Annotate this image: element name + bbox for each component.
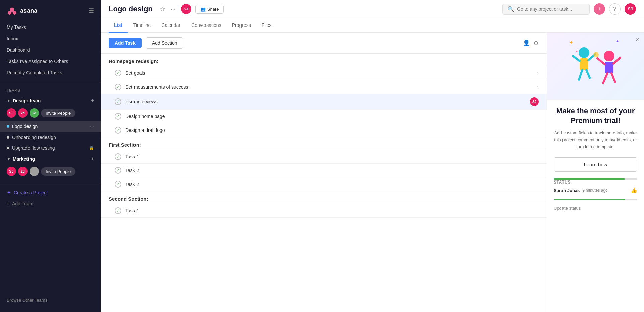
browse-teams-label: Browse Other Teams <box>7 298 47 303</box>
marketing-team-members: SJ 2d Invite People <box>0 165 101 179</box>
sidebar-item-recent[interactable]: Recently Completed Tasks <box>0 67 101 79</box>
svg-point-13 <box>604 51 614 61</box>
svg-rect-14 <box>605 62 613 73</box>
add-task-button[interactable]: Add Task <box>109 38 142 48</box>
svg-text:✦: ✦ <box>569 40 573 45</box>
marketing-team-header[interactable]: ▼ Marketing + <box>0 153 101 165</box>
chevron-down-icon: ▼ <box>7 98 11 103</box>
sidebar-item-inbox[interactable]: Inbox <box>0 33 101 44</box>
lock-icon: 🔒 <box>89 146 94 150</box>
browse-teams-button[interactable]: Browse Other Teams <box>0 295 101 305</box>
section-header-first: First Section: <box>101 137 547 150</box>
assign-filter-icon[interactable]: 👤 <box>523 39 530 47</box>
project-item-upgrade[interactable]: Upgrade flow testing 🔒 <box>0 143 101 153</box>
panel-description: Add custom fields to track more info, ma… <box>554 129 637 150</box>
task-area: Add Task Add Section 👤 ⚙ Homepage redesi… <box>101 33 644 312</box>
task-name: Design a draft logo <box>125 127 539 133</box>
help-button[interactable]: ? <box>609 3 621 15</box>
asana-logo[interactable]: asana <box>7 5 37 16</box>
task-check-icon[interactable]: ✓ <box>115 167 121 174</box>
topbar-icons: ☆ ··· <box>159 4 177 14</box>
teams-label: Teams <box>7 88 20 92</box>
avatar-blank <box>30 167 39 176</box>
chevron-right-icon: › <box>537 84 539 90</box>
like-icon[interactable]: 👍 <box>631 187 637 194</box>
task-row[interactable]: ⠿ ✓ Design home page <box>101 110 547 123</box>
create-project-button[interactable]: ✦ Create a Project <box>0 187 101 198</box>
share-button[interactable]: 👥 Share <box>195 5 224 14</box>
svg-point-19 <box>593 52 599 57</box>
add-marketing-member-icon[interactable]: + <box>91 156 94 162</box>
invite-people-button-design[interactable]: Invite People <box>41 109 75 117</box>
sidebar-toggle-icon[interactable]: ☰ <box>89 7 94 14</box>
task-check-icon[interactable]: ✓ <box>115 113 121 120</box>
star-icon[interactable]: ☆ <box>159 4 167 14</box>
sidebar-item-my-tasks[interactable]: My Tasks <box>0 21 101 33</box>
panel-illustration: ✦ ✦ ✦ ✦ <box>547 33 644 100</box>
task-name: Task 1 <box>125 154 539 159</box>
sidebar-item-dashboard[interactable]: Dashboard <box>0 44 101 56</box>
share-icon: 👥 <box>200 7 206 12</box>
asana-logo-icon <box>7 5 17 16</box>
project-item-onboarding[interactable]: Onboarding redesign <box>0 132 101 143</box>
design-team-name: Design team <box>13 98 41 103</box>
add-section-button[interactable]: Add Section <box>146 37 184 49</box>
tab-calendar[interactable]: Calendar <box>156 18 186 33</box>
project-title: Logo design <box>109 5 153 13</box>
project-item-logo-design[interactable]: Logo design ··· <box>0 121 101 132</box>
task-row[interactable]: ⠿ ✓ Task 1 <box>101 150 547 164</box>
task-check-icon[interactable]: ✓ <box>115 98 121 105</box>
task-check-icon[interactable]: ✓ <box>115 153 121 160</box>
task-row[interactable]: ⠿ ✓ Task 2 <box>101 177 547 191</box>
sidebar-item-label: Recently Completed Tasks <box>7 70 62 75</box>
tab-timeline[interactable]: Timeline <box>128 18 156 33</box>
tab-progress[interactable]: Progress <box>227 18 256 33</box>
task-check-icon[interactable]: ✓ <box>115 127 121 134</box>
svg-line-17 <box>603 73 607 83</box>
invite-people-button-marketing[interactable]: Invite People <box>41 167 75 176</box>
svg-point-7 <box>579 47 589 58</box>
task-name: Set goals <box>125 70 537 76</box>
avatar-sj-2: SJ <box>7 167 16 176</box>
task-row[interactable]: ⠿ ✓ Set measurements of success › <box>101 80 547 94</box>
task-row[interactable]: ⠿ ✓ Design a draft logo <box>101 123 547 137</box>
design-team-members: SJ 2d 2d Invite People <box>0 106 101 121</box>
task-name: Set measurements of success <box>125 84 537 90</box>
tab-conversations[interactable]: Conversations <box>186 18 227 33</box>
task-row[interactable]: ⠿ ✓ Task 1 <box>101 204 547 218</box>
sidebar: asana ☰ My Tasks Inbox Dashboard Tasks I… <box>0 0 101 312</box>
tab-list[interactable]: List <box>109 18 128 33</box>
add-button[interactable]: + <box>594 3 605 15</box>
task-check-icon[interactable]: ✓ <box>115 181 121 188</box>
project-more-icon[interactable]: ··· <box>90 124 94 129</box>
svg-line-12 <box>586 70 590 78</box>
task-check-icon[interactable]: ✓ <box>115 70 121 76</box>
svg-line-11 <box>579 70 582 80</box>
sidebar-divider <box>0 82 101 82</box>
task-check-icon[interactable]: ✓ <box>115 207 121 214</box>
topbar-right: 🔍 + ? SJ <box>502 3 636 15</box>
add-team-member-icon[interactable]: + <box>91 98 94 104</box>
premium-illustration: ✦ ✦ ✦ ✦ <box>559 34 633 98</box>
task-row[interactable]: ⠿ ✓ Set goals › <box>101 66 547 80</box>
add-team-button[interactable]: + Add Team <box>0 198 101 209</box>
status-progress-bar <box>554 199 637 200</box>
search-bar[interactable]: 🔍 <box>502 4 590 15</box>
learn-how-button[interactable]: Learn how <box>554 157 637 172</box>
sidebar-item-assigned[interactable]: Tasks I've Assigned to Others <box>0 56 101 67</box>
settings-icon[interactable]: ⚙ <box>533 39 539 47</box>
project-tabs: List Timeline Calendar Conversations Pro… <box>101 18 644 33</box>
update-status-button[interactable]: Update status <box>554 203 637 211</box>
share-label: Share <box>207 7 219 12</box>
design-team-header[interactable]: ▼ Design team + <box>0 95 101 106</box>
more-options-icon[interactable]: ··· <box>169 4 177 14</box>
task-check-icon[interactable]: ✓ <box>115 84 121 90</box>
task-row-highlighted[interactable]: ⠿ ✓ User interviews SJ <box>101 94 547 110</box>
search-input[interactable] <box>517 6 585 12</box>
tab-files[interactable]: Files <box>256 18 277 33</box>
avatar-badge-3: 2d <box>18 167 28 176</box>
panel-close-button[interactable]: × <box>635 36 639 44</box>
topbar: Logo design ☆ ··· SJ 👥 Share 🔍 + ? SJ <box>101 0 644 18</box>
user-avatar-header[interactable]: SJ <box>625 3 636 15</box>
task-row[interactable]: ⠿ ✓ Task 2 <box>101 164 547 177</box>
